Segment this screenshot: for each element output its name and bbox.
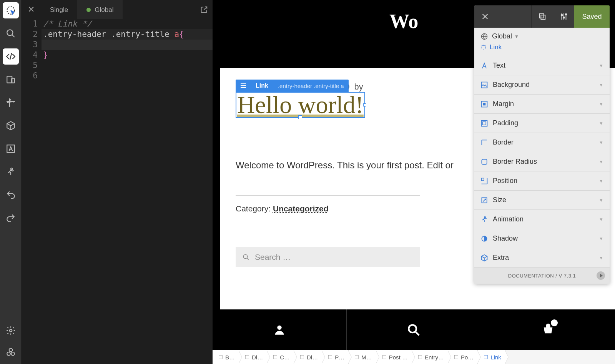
svg-rect-19 [382, 355, 386, 359]
svg-point-7 [7, 352, 10, 356]
section-extra[interactable]: Extra▼ [474, 248, 610, 268]
inspector-panel: Saved Global▼ Link Text▼ Background▼ Mar… [474, 5, 610, 284]
code-editor-icon[interactable] [3, 48, 19, 65]
code-line-2a: .entry-header .entry-title [43, 30, 174, 39]
svg-point-25 [561, 15, 562, 16]
svg-rect-14 [245, 355, 249, 359]
section-animation[interactable]: Animation▼ [474, 210, 610, 229]
crumb-link[interactable]: Link [478, 350, 505, 364]
account-button[interactable] [213, 309, 346, 350]
code-editor[interactable]: 1 2 3 4 5 6 /* Link */ .entry-header .en… [22, 19, 213, 364]
tool-sidebar [0, 0, 22, 364]
svg-rect-29 [482, 45, 485, 49]
section-border-radius[interactable]: Border Radius▼ [474, 152, 610, 171]
undo-icon[interactable] [3, 187, 19, 203]
post-by-label: by [354, 82, 363, 91]
divider [236, 195, 420, 196]
redo-icon[interactable] [3, 210, 19, 226]
search-placeholder: Search … [255, 253, 291, 262]
close-tabs-icon[interactable]: ✕ [25, 4, 37, 15]
crumb-container[interactable]: C… [267, 350, 294, 364]
section-border[interactable]: Border▼ [474, 133, 610, 152]
crumb-div[interactable]: Di… [239, 350, 267, 364]
cart-button[interactable] [481, 309, 615, 350]
selection-label: Link [251, 82, 273, 89]
saved-button[interactable]: Saved [574, 5, 610, 28]
search-button[interactable] [346, 309, 480, 350]
section-background[interactable]: Background▼ [474, 75, 610, 95]
section-size[interactable]: Size▼ [474, 191, 610, 210]
selected-element-outline[interactable]: Hello world! [236, 92, 365, 118]
play-icon[interactable] [597, 271, 605, 280]
unsaved-dot-icon [86, 8, 91, 12]
svg-rect-35 [482, 159, 487, 164]
svg-point-37 [484, 216, 485, 218]
svg-point-1 [7, 30, 13, 35]
animation-run-icon[interactable] [3, 164, 19, 180]
svg-rect-13 [219, 355, 222, 359]
category-link[interactable]: Uncategorized [273, 204, 329, 213]
copy-icon[interactable] [531, 5, 553, 28]
svg-rect-20 [418, 355, 422, 359]
modules-icon[interactable] [3, 344, 19, 360]
typography-icon[interactable] [3, 141, 19, 157]
code-line-2b: a [174, 30, 179, 39]
crumb-entry[interactable]: Entry… [412, 350, 448, 364]
search-box[interactable]: Search … [236, 247, 420, 267]
svg-rect-23 [541, 15, 545, 19]
crumb-post[interactable]: Post … [376, 350, 412, 364]
hamburger-icon[interactable] [236, 83, 251, 88]
close-inspector-icon[interactable] [474, 5, 496, 28]
crumb-post2[interactable]: Po… [448, 350, 478, 364]
code-panel: ✕ Single Global 1 2 3 4 5 6 /* Link */ .… [22, 0, 213, 364]
select-tool-icon[interactable] [3, 2, 19, 18]
scope-selector[interactable]: Global▼ [474, 28, 610, 41]
svg-rect-22 [484, 355, 488, 359]
tab-global[interactable]: Global [77, 0, 123, 19]
ruler-icon[interactable] [3, 95, 19, 111]
selection-selector-path: .entry-header .entry-title a [273, 83, 349, 89]
section-margin[interactable]: Margin▼ [474, 95, 610, 114]
svg-point-11 [277, 325, 281, 329]
crumb-div2[interactable]: Di… [294, 350, 322, 364]
crumb-body[interactable]: B… [213, 350, 239, 364]
code-tabs: ✕ Single Global [22, 0, 213, 19]
breadcrumb-bar: B… Di… C… Di… P… M… Post … Entry… Po… Li… [213, 350, 615, 364]
tab-single[interactable]: Single [41, 0, 77, 19]
site-title: Wo [389, 12, 418, 32]
tab-global-label: Global [95, 6, 113, 14]
svg-point-9 [9, 348, 12, 352]
section-position[interactable]: Position▼ [474, 171, 610, 191]
preview-area: Wo 20 by Link .entry-header .entry-title… [213, 0, 615, 364]
svg-rect-24 [539, 14, 544, 18]
selection-toolbar[interactable]: Link .entry-header .entry-title a [236, 80, 349, 92]
sliders-icon[interactable] [553, 5, 574, 28]
box-3d-icon[interactable] [3, 118, 19, 134]
section-shadow[interactable]: Shadow▼ [474, 229, 610, 248]
crumb-p[interactable]: P… [322, 350, 349, 364]
inspector-target[interactable]: Link [474, 41, 610, 56]
section-padding[interactable]: Padding▼ [474, 114, 610, 133]
open-external-icon[interactable] [199, 4, 209, 15]
crumb-main[interactable]: M… [349, 350, 376, 364]
svg-rect-32 [483, 103, 486, 105]
svg-rect-33 [482, 120, 487, 126]
code-line-4: } [43, 50, 48, 60]
devices-icon[interactable] [3, 71, 19, 88]
code-line-1: /* Link */ [43, 19, 91, 28]
settings-gear-icon[interactable] [3, 322, 19, 339]
svg-point-26 [563, 17, 565, 18]
svg-point-8 [11, 352, 15, 356]
inspector-footer: DOCUMENTATION / V 7.3.1 [474, 268, 610, 284]
search-icon[interactable] [3, 25, 19, 42]
category-label: Category: [236, 204, 273, 213]
bottom-icon-bar [213, 309, 615, 350]
section-text[interactable]: Text▼ [474, 56, 610, 75]
svg-rect-16 [300, 355, 304, 359]
svg-point-6 [9, 329, 12, 332]
post-title-link[interactable]: Hello world! [236, 91, 364, 118]
tab-single-label: Single [50, 6, 68, 14]
globe-icon [480, 33, 488, 40]
svg-rect-17 [329, 355, 332, 359]
search-icon [243, 254, 249, 261]
